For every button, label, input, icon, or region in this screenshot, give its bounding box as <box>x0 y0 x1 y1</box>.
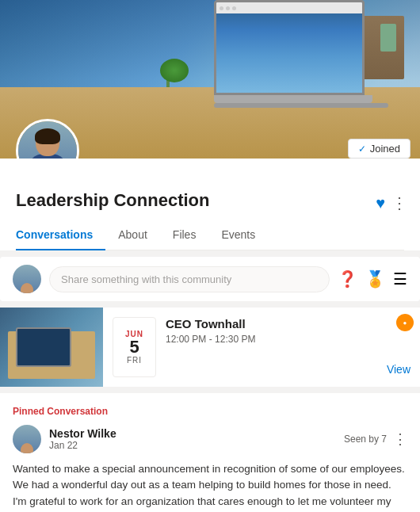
seen-count-area: Seen by 7 ⋮ <box>344 430 407 448</box>
tab-events[interactable]: Events <box>208 220 268 250</box>
event-date-box: JUN 5 FRI <box>113 317 156 377</box>
laptop-decoration <box>214 0 372 111</box>
event-weekday: FRI <box>127 356 142 365</box>
share-input[interactable]: Share something with this community <box>49 266 330 292</box>
author-name: Nestor Wilke <box>49 427 116 440</box>
live-icon: ● <box>403 319 407 327</box>
event-info: CEO Townhall 12:00 PM - 12:30 PM <box>156 308 377 387</box>
list-icon[interactable]: ☰ <box>393 269 407 288</box>
event-row: JUN 5 FRI CEO Townhall 12:00 PM - 12:30 … <box>0 308 420 387</box>
action-icons: ♥ ⋮ <box>376 193 407 212</box>
check-icon: ✓ <box>358 143 366 155</box>
post-text: Wanted to make a special announcement in… <box>13 463 405 512</box>
joined-button[interactable]: ✓ Joined <box>348 139 410 159</box>
avatar-mini-head <box>21 283 33 293</box>
user-avatar-share <box>13 265 41 293</box>
avatar-person <box>24 124 71 159</box>
event-card: JUN 5 FRI CEO Townhall 12:00 PM - 12:30 … <box>0 308 420 387</box>
tabs-nav: Conversations About Files Events <box>16 220 404 250</box>
qa-icon[interactable]: ❓ <box>338 269 357 288</box>
info-section: Leadership Connection ♥ ⋮ Conversations … <box>0 159 420 250</box>
event-img-laptop <box>16 327 71 367</box>
view-button[interactable]: View <box>387 363 410 376</box>
pinned-label: Pinned Conversation <box>13 406 407 417</box>
post-date: Jan 22 <box>49 440 116 451</box>
event-title: CEO Townhall <box>166 317 368 331</box>
event-time: 12:00 PM - 12:30 PM <box>166 334 368 345</box>
avatar-mini <box>13 265 41 293</box>
tab-about[interactable]: About <box>105 220 160 250</box>
author-head <box>21 443 33 453</box>
pinned-section: Pinned Conversation Nestor Wilke Jan 22 … <box>0 393 420 512</box>
author-avatar <box>13 425 41 453</box>
avatar <box>16 119 79 159</box>
share-bar: Share something with this community ❓ 🏅 … <box>0 257 420 301</box>
avatar-hair <box>35 128 60 144</box>
share-action-icons: ❓ 🏅 ☰ <box>338 269 407 288</box>
post-body: Wanted to make a special announcement in… <box>13 461 407 512</box>
tab-conversations[interactable]: Conversations <box>16 220 105 250</box>
pin-icon[interactable]: 🏅 <box>365 269 385 288</box>
live-badge: ● <box>396 314 414 331</box>
avatar-inner <box>18 121 77 159</box>
seen-label: Seen by 7 <box>344 434 387 445</box>
event-image <box>0 308 103 387</box>
author-info: Nestor Wilke Jan 22 <box>49 427 116 451</box>
joined-label: Joined <box>370 143 400 155</box>
more-options-icon[interactable]: ⋮ <box>391 193 407 212</box>
heart-icon[interactable]: ♥ <box>376 194 385 212</box>
tab-files[interactable]: Files <box>160 220 209 250</box>
conversation-header: Nestor Wilke Jan 22 Seen by 7 ⋮ <box>13 425 407 453</box>
event-day: 5 <box>129 338 139 356</box>
community-title: Leadership Connection <box>16 190 404 211</box>
hero-banner: ✓ Joined <box>0 0 420 159</box>
author-avatar-inner <box>13 425 41 453</box>
post-more-icon[interactable]: ⋮ <box>393 430 407 448</box>
avatar-head <box>36 128 59 156</box>
